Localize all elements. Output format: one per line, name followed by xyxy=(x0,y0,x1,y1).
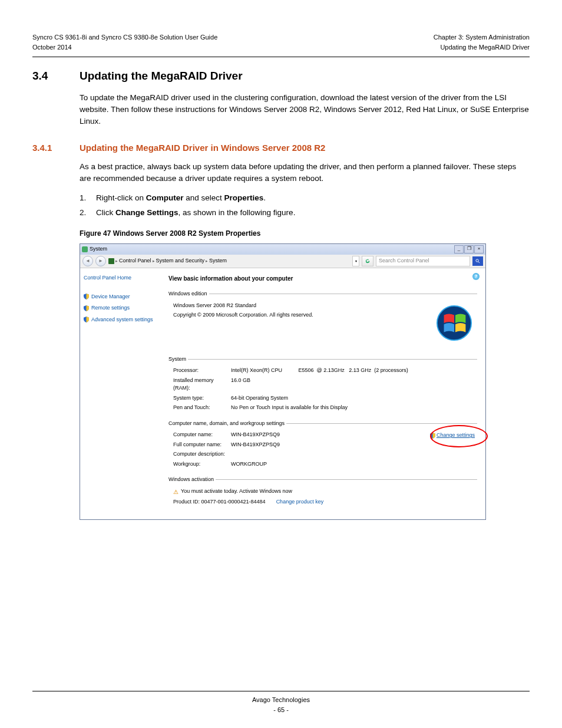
edition-name: Windows Server 2008 R2 Standard xyxy=(173,302,313,310)
close-button[interactable]: × xyxy=(474,245,484,253)
shield-icon xyxy=(84,305,89,311)
figure-caption: Figure 47 Windows Server 2008 R2 System … xyxy=(80,228,530,239)
computer-row: Workgroup:WORKGROUP xyxy=(173,460,477,469)
breadcrumb-item[interactable]: Control Panel xyxy=(119,257,151,265)
system-group: System Processor:Intel(R) Xeon(R) CPU E5… xyxy=(168,355,477,414)
nav-forward-button[interactable]: ► xyxy=(95,256,106,266)
chevron-right-icon: ▸ xyxy=(153,258,155,265)
section-intro: To update the MegaRAID driver used in th… xyxy=(80,92,530,128)
footer-page-number: - 65 - xyxy=(32,705,530,715)
edition-copyright: Copyright © 2009 Microsoft Corporation. … xyxy=(173,311,313,319)
step-text: Click Change Settings, as shown in the f… xyxy=(96,206,295,220)
window-titlebar: System _ ❐ × xyxy=(80,244,485,255)
system-properties-window: System _ ❐ × ◄ ► ▸ Control Panel ▸ Syste… xyxy=(80,243,486,520)
windows-edition-group: Windows edition Windows Server 2008 R2 S… xyxy=(168,290,477,321)
computer-row: Computer description: xyxy=(173,450,477,459)
search-placeholder: Search Control Panel xyxy=(379,257,429,265)
product-id-label: Product ID: 00477-001-0000421-84484 xyxy=(173,498,266,506)
computer-name-group: Computer name, domain, and workgroup set… xyxy=(168,420,477,470)
shield-icon xyxy=(84,294,89,299)
svg-line-1 xyxy=(478,262,480,263)
window-icon xyxy=(82,246,88,252)
shield-icon xyxy=(430,433,435,439)
address-bar: ◄ ► ▸ Control Panel ▸ System and Securit… xyxy=(80,255,485,268)
group-legend: Computer name, domain, and workgroup set… xyxy=(168,420,286,428)
warning-icon: ⚠ xyxy=(173,487,178,496)
header-date: October 2014 xyxy=(32,42,217,52)
sidebar-item-device-manager[interactable]: Device Manager xyxy=(84,293,160,301)
chevron-right-icon: ▸ xyxy=(206,258,208,265)
main-title: View basic information about your comput… xyxy=(168,274,477,283)
activation-warning[interactable]: You must activate today. Activate Window… xyxy=(181,487,292,496)
subsection-title: Updating the MegaRAID Driver in Windows … xyxy=(80,141,325,155)
header-section: Updating the MegaRAID Driver xyxy=(434,42,530,52)
subsection-heading: 3.4.1 Updating the MegaRAID Driver in Wi… xyxy=(32,141,530,155)
control-panel-icon xyxy=(108,258,114,264)
section-title: Updating the MegaRAID Driver xyxy=(80,68,243,85)
sidebar-item-label: Advanced system settings xyxy=(91,316,153,324)
change-settings-link[interactable]: Change settings xyxy=(430,431,475,440)
header-chapter: Chapter 3: System Administration xyxy=(434,32,530,42)
chevron-right-icon: ▸ xyxy=(115,258,118,265)
step-number: 2. xyxy=(80,206,96,220)
search-input[interactable]: Search Control Panel xyxy=(376,256,470,266)
group-legend: System xyxy=(168,355,188,364)
screenshot-figure: System _ ❐ × ◄ ► ▸ Control Panel ▸ Syste… xyxy=(80,243,530,520)
sidebar-item-advanced-settings[interactable]: Advanced system settings xyxy=(84,316,160,324)
sidebar-item-label: Device Manager xyxy=(91,293,130,301)
steps-list: 1. Right-click on Computer and select Pr… xyxy=(80,192,530,220)
system-row: Pen and Touch:No Pen or Touch Input is a… xyxy=(173,404,477,412)
nav-back-button[interactable]: ◄ xyxy=(82,256,93,266)
group-legend: Windows edition xyxy=(168,290,209,298)
control-panel-home-link[interactable]: Control Panel Home xyxy=(84,274,160,282)
windows-logo-icon xyxy=(436,305,472,341)
minimize-button[interactable]: _ xyxy=(454,245,464,253)
help-icon[interactable]: ? xyxy=(472,273,480,280)
step-number: 1. xyxy=(80,192,96,205)
group-legend: Windows activation xyxy=(168,476,216,484)
breadcrumb[interactable]: ▸ Control Panel ▸ System and Security ▸ … xyxy=(108,257,350,265)
refresh-icon xyxy=(365,258,371,264)
sidebar: Control Panel Home Device Manager Remote… xyxy=(80,268,164,519)
search-icon xyxy=(475,258,481,264)
system-row: Processor:Intel(R) Xeon(R) CPU E5506 @ 2… xyxy=(173,367,477,375)
window-title: System xyxy=(90,245,107,253)
step-item: 1. Right-click on Computer and select Pr… xyxy=(80,192,530,205)
page-header: Syncro CS 9361-8i and Syncro CS 9380-8e … xyxy=(32,32,530,52)
footer-rule xyxy=(32,691,530,691)
refresh-button[interactable] xyxy=(362,256,373,266)
search-button[interactable] xyxy=(472,256,483,266)
footer-company: Avago Technologies xyxy=(32,695,530,705)
sidebar-item-label: Remote settings xyxy=(91,304,130,312)
step-item: 2. Click Change Settings, as shown in th… xyxy=(80,206,530,220)
subsection-number: 3.4.1 xyxy=(32,141,80,155)
main-panel: ? View basic information about your comp… xyxy=(164,268,485,519)
change-product-key-link[interactable]: Change product key xyxy=(276,498,324,506)
page-footer: Avago Technologies - 65 - xyxy=(32,695,530,714)
maximize-button[interactable]: ❐ xyxy=(464,245,474,253)
svg-point-0 xyxy=(476,259,478,262)
step-text: Right-click on Computer and select Prope… xyxy=(96,192,266,205)
system-row: System type:64-bit Operating System xyxy=(173,394,477,403)
section-number: 3.4 xyxy=(32,68,80,85)
header-doc-title: Syncro CS 9361-8i and Syncro CS 9380-8e … xyxy=(32,32,217,42)
system-row: Installed memory (RAM):16.0 GB xyxy=(173,377,477,393)
header-rule xyxy=(32,57,530,57)
section-heading: 3.4 Updating the MegaRAID Driver xyxy=(32,68,530,85)
subsection-intro: As a best practice, always back up syste… xyxy=(80,161,530,185)
address-dropdown[interactable]: ▾ xyxy=(352,256,359,266)
activation-group: Windows activation ⚠ You must activate t… xyxy=(168,476,477,508)
breadcrumb-item[interactable]: System and Security xyxy=(156,257,205,265)
computer-row: Full computer name:WIN-B419XPZPSQ9 xyxy=(173,441,477,449)
shield-icon xyxy=(84,317,89,322)
breadcrumb-item[interactable]: System xyxy=(209,257,227,265)
sidebar-item-remote-settings[interactable]: Remote settings xyxy=(84,304,160,312)
